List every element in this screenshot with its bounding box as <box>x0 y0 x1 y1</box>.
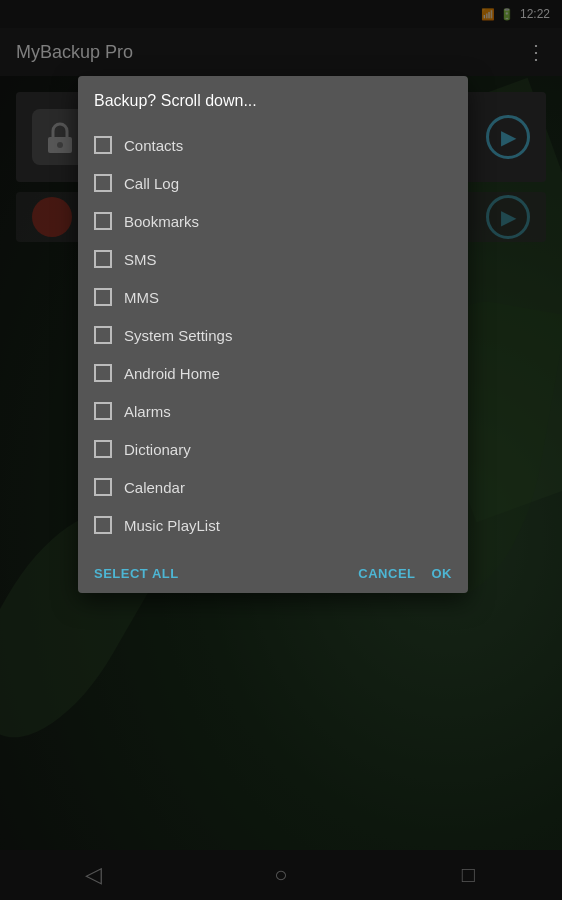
checkbox-item-mms[interactable]: MMS <box>94 278 452 316</box>
checkbox-label-contacts: Contacts <box>124 137 183 154</box>
checkbox-label-call_log: Call Log <box>124 175 179 192</box>
dialog-prompt: Backup? Scroll down... <box>94 92 452 110</box>
checkbox-label-calendar: Calendar <box>124 479 185 496</box>
checkbox-item-music_playlist[interactable]: Music PlayList <box>94 506 452 544</box>
checkbox-item-sms[interactable]: SMS <box>94 240 452 278</box>
checkbox-item-calendar[interactable]: Calendar <box>94 468 452 506</box>
checkbox-item-android_home[interactable]: Android Home <box>94 354 452 392</box>
checkbox-label-system_settings: System Settings <box>124 327 232 344</box>
checkbox-item-contacts[interactable]: Contacts <box>94 126 452 164</box>
checkbox-alarms[interactable] <box>94 402 112 420</box>
dialog-footer: SELECT ALL CANCEL OK <box>78 554 468 593</box>
checkbox-calendar[interactable] <box>94 478 112 496</box>
checkbox-android_home[interactable] <box>94 364 112 382</box>
checkbox-label-bookmarks: Bookmarks <box>124 213 199 230</box>
checkbox-item-alarms[interactable]: Alarms <box>94 392 452 430</box>
checkbox-label-android_home: Android Home <box>124 365 220 382</box>
cancel-button[interactable]: CANCEL <box>358 566 415 581</box>
checkbox-list: ContactsCall LogBookmarksSMSMMSSystem Se… <box>94 126 452 546</box>
dialog-body: Backup? Scroll down... ContactsCall LogB… <box>78 76 468 546</box>
checkbox-mms[interactable] <box>94 288 112 306</box>
ok-button[interactable]: OK <box>432 566 453 581</box>
checkbox-item-dictionary[interactable]: Dictionary <box>94 430 452 468</box>
checkbox-bookmarks[interactable] <box>94 212 112 230</box>
checkbox-sms[interactable] <box>94 250 112 268</box>
checkbox-label-music_playlist: Music PlayList <box>124 517 220 534</box>
checkbox-contacts[interactable] <box>94 136 112 154</box>
checkbox-label-mms: MMS <box>124 289 159 306</box>
checkbox-label-alarms: Alarms <box>124 403 171 420</box>
dialog-action-buttons: CANCEL OK <box>358 566 452 581</box>
checkbox-item-system_settings[interactable]: System Settings <box>94 316 452 354</box>
checkbox-dictionary[interactable] <box>94 440 112 458</box>
checkbox-item-call_log[interactable]: Call Log <box>94 164 452 202</box>
checkbox-system_settings[interactable] <box>94 326 112 344</box>
checkbox-call_log[interactable] <box>94 174 112 192</box>
select-all-button[interactable]: SELECT ALL <box>94 566 179 581</box>
checkbox-item-bookmarks[interactable]: Bookmarks <box>94 202 452 240</box>
checkbox-music_playlist[interactable] <box>94 516 112 534</box>
checkbox-item-apns[interactable]: APNs <box>94 544 452 546</box>
checkbox-label-sms: SMS <box>124 251 157 268</box>
checkbox-label-dictionary: Dictionary <box>124 441 191 458</box>
backup-dialog: Backup? Scroll down... ContactsCall LogB… <box>78 76 468 593</box>
